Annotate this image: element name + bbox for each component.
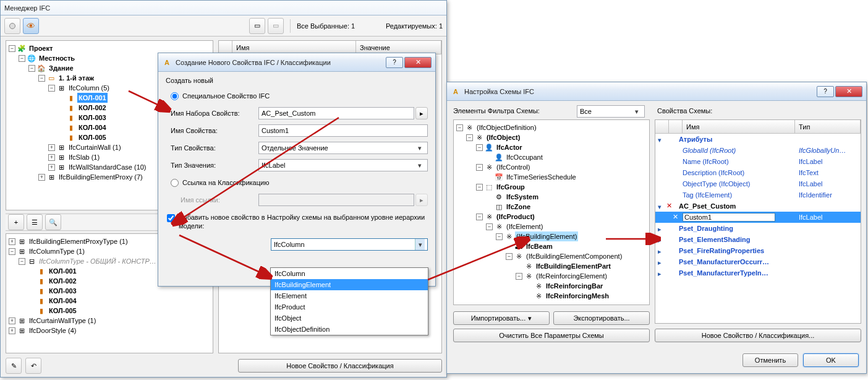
expand-icon[interactable]: + [9, 238, 15, 245]
dropdown-option-ifcbuildingelement[interactable]: IfcBuildingElement [271, 279, 428, 290]
expand-icon[interactable]: − [38, 75, 45, 82]
node-ifcgroup[interactable]: IfcGroup [495, 182, 526, 192]
expand-icon[interactable]: − [9, 248, 15, 255]
new-property-button[interactable]: Новое Свойство / Классификация [238, 359, 442, 373]
expand-icon[interactable]: ▸ [658, 248, 664, 254]
wall-group[interactable]: IfcWallStandardCase (10) [67, 162, 148, 172]
clear-scheme-button[interactable]: Очистить Все Параметры Схемы [453, 329, 650, 342]
node-ifcelement[interactable]: (IfcElement) [505, 222, 544, 231]
project-node[interactable]: Проект [28, 43, 54, 53]
node-ifcbeam[interactable]: IfcBeam [525, 241, 554, 251]
attrs-header[interactable]: Атрибуты [666, 136, 861, 143]
pset-header[interactable]: Pset_ManufacturerOccurr… [666, 258, 861, 266]
prop-name-input[interactable]: Custom1 [258, 124, 428, 137]
pset-header[interactable]: Pset_FireRatingProperties [666, 247, 861, 254]
pset-picker-button[interactable]: ▸ [415, 107, 428, 119]
attr-name[interactable]: ObjectType (IfcObject) [683, 180, 799, 188]
doorstyle-node[interactable]: IfcDoorStyle (4) [28, 326, 77, 335]
expand-icon[interactable]: − [476, 144, 483, 151]
expand-icon[interactable]: − [19, 258, 25, 265]
expand-icon[interactable]: − [486, 223, 493, 230]
node-objdef[interactable]: (IfcObjectDefinition) [475, 123, 538, 132]
expand-icon[interactable]: − [506, 253, 513, 260]
expand-icon[interactable]: − [476, 164, 483, 171]
expand-icon[interactable]: + [38, 174, 45, 181]
col-003[interactable]: КОЛ-003 [77, 113, 108, 123]
node-ifcbuildingelement[interactable]: (IfcBuildingElement) [515, 231, 578, 241]
filter-select[interactable]: Все▾ [577, 105, 645, 118]
collapse-icon[interactable]: ▾ [658, 203, 664, 209]
expand-icon[interactable]: ▸ [658, 259, 664, 265]
attr-name[interactable]: Description (IfcRoot) [683, 169, 799, 176]
expand-icon[interactable]: − [19, 55, 25, 62]
node-ifcoccupant[interactable]: IfcOccupant [505, 152, 544, 162]
toolbar-select-button[interactable]: ▭ [249, 18, 265, 34]
attr-name[interactable]: Name (IfcRoot) [683, 158, 799, 165]
coltype-node[interactable]: IfcColumnType (1) [28, 246, 86, 256]
expand-icon[interactable]: + [9, 327, 15, 334]
t2-col-002[interactable]: КОЛ-002 [48, 276, 78, 286]
dropdown-option-ifccolumn[interactable]: IfcColumn [271, 268, 428, 279]
node-ifcbuildelcomp[interactable]: (IfcBuildingElementComponent) [525, 251, 623, 261]
close-button[interactable]: ✕ [404, 57, 432, 68]
pset-header[interactable]: Pset_ManufacturerTypeIn… [666, 269, 861, 277]
col-002[interactable]: КОЛ-002 [77, 103, 108, 113]
cancel-button[interactable]: Отменить [742, 353, 798, 367]
attr-name[interactable]: Tag (IfcElement) [683, 191, 799, 199]
dropdown-option-ifcelement[interactable]: IfcElement [271, 290, 428, 301]
col-005[interactable]: КОЛ-005 [77, 132, 108, 142]
expand-icon[interactable]: ▸ [658, 225, 664, 231]
help-button[interactable]: ? [817, 86, 834, 97]
delete-icon[interactable]: ✕ [673, 213, 681, 221]
node-ifcobject[interactable]: (IfcObject) [485, 132, 521, 142]
node-ifcproduct[interactable]: (IfcProduct) [495, 212, 536, 222]
custom-property-radio[interactable] [171, 92, 179, 100]
expand-icon[interactable]: − [516, 273, 522, 280]
expand-icon[interactable]: − [496, 233, 503, 240]
help-button[interactable]: ? [386, 57, 403, 68]
storey-node[interactable]: 1. 1-й этаж [57, 73, 95, 83]
add-assignment-button[interactable]: + [8, 214, 24, 230]
dropdown-option-ifcobject[interactable]: IfcObject [271, 313, 428, 324]
expand-icon[interactable]: − [28, 65, 35, 72]
curtainwall-group[interactable]: IfcCurtainWall (1) [67, 142, 122, 152]
col-name[interactable]: Имя [683, 120, 795, 133]
hierarchy-level-dropdown[interactable]: IfcColumn IfcBuildingElement IfcElement … [270, 267, 428, 335]
node-ifctimeseries[interactable]: IfcTimeSeriesSchedule [505, 172, 577, 182]
pset-header[interactable]: Pset_Draughting [666, 225, 861, 232]
col-type[interactable]: Тип [795, 120, 861, 133]
slab-group[interactable]: IfcSlab (1) [67, 152, 101, 162]
new-property-classification-button[interactable]: Новое Свойство / Классификация... [655, 329, 861, 342]
hierarchy-level-select[interactable]: IfcColumn▾ [271, 238, 428, 251]
proxy-group[interactable]: IfcBuildingElementProxy (7) [57, 172, 144, 182]
collapse-icon[interactable]: ▾ [658, 136, 664, 142]
expand-icon[interactable]: ▸ [658, 236, 664, 243]
node-ifcreinfmesh[interactable]: IfcReinforcingMesh [545, 291, 610, 301]
custom1-prop[interactable]: Custom1 [681, 213, 799, 222]
val-type-select[interactable]: IfcLabel▾ [258, 159, 428, 171]
node-ifcbuildelpart[interactable]: IfcBuildingElementPart [535, 261, 612, 271]
pset-header[interactable]: Pset_ElementShading [666, 236, 861, 243]
col-004[interactable]: КОЛ-004 [77, 123, 108, 132]
expand-icon[interactable]: ▸ [658, 270, 664, 276]
t2-col-004[interactable]: КОЛ-004 [48, 296, 78, 306]
classification-radio[interactable] [171, 179, 179, 187]
expand-icon[interactable]: − [48, 85, 55, 92]
node-ifczone[interactable]: IfcZone [505, 202, 532, 212]
expand-icon[interactable]: + [48, 164, 55, 171]
toolbar-deselect-button[interactable]: ▭ [268, 18, 284, 34]
dropdown-option-ifcproduct[interactable]: IfcProduct [271, 301, 428, 313]
node-ifcsystem[interactable]: IfcSystem [505, 192, 540, 202]
toolbar-record-button[interactable] [4, 18, 20, 34]
edit-button[interactable]: ✎ [6, 358, 22, 374]
expand-icon[interactable]: + [9, 317, 15, 324]
dropdown-option-ifcobjectdefinition[interactable]: IfcObjectDefinition [271, 324, 428, 335]
node-ifcreinfbar[interactable]: IfcReinforcingBar [545, 281, 604, 291]
t2-col-001[interactable]: КОЛ-001 [48, 266, 78, 276]
curtainwalltype-node[interactable]: IfcCurtainWallType (1) [28, 316, 97, 326]
undo-button[interactable]: ↶ [25, 358, 41, 374]
col-001[interactable]: КОЛ-001 [77, 93, 108, 103]
view-tree-button[interactable]: ☰ [27, 214, 43, 230]
node-ifcactor[interactable]: IfcActor [495, 142, 524, 152]
toolbar-eye-button[interactable]: 👁 [23, 18, 39, 34]
